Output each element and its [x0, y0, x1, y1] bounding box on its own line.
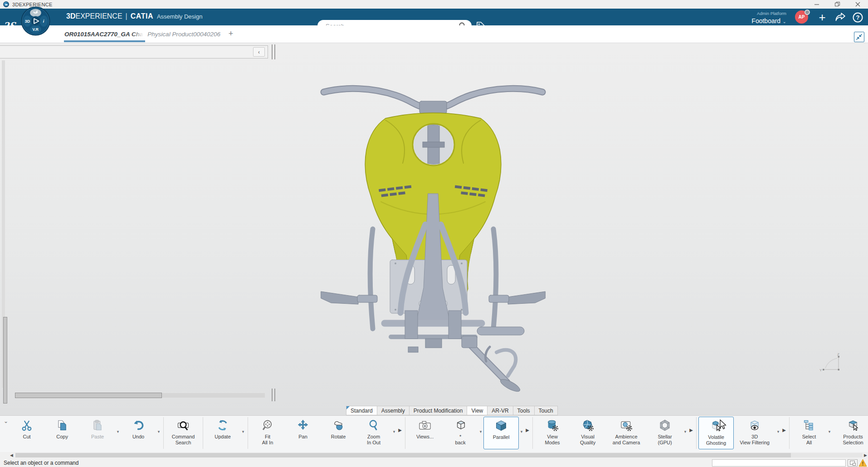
new-tab-button[interactable]: +: [229, 29, 234, 38]
share-button[interactable]: [834, 11, 846, 23]
stellar-gpu-label: Stellar (GPU): [658, 434, 672, 446]
stellar-gpu-button[interactable]: Stellar (GPU): [647, 416, 683, 446]
scroll-right-arrow[interactable]: ▶: [864, 453, 867, 457]
tree-vertical-scrollbar[interactable]: [2, 60, 5, 388]
wireframe-cube-icon: [454, 418, 467, 433]
paste-dropdown[interactable]: ▾: [115, 416, 121, 434]
3d-view-filtering-dropdown[interactable]: ▾: [775, 416, 781, 434]
rotate-button[interactable]: Rotate: [321, 416, 356, 440]
ambience-and-camera-button[interactable]: Ambience and Camera: [605, 416, 647, 446]
parallel-dropdown[interactable]: ▾: [519, 416, 524, 434]
tree-horizontal-scrollbar[interactable]: [15, 393, 265, 398]
parallel-label: Parallel: [493, 434, 510, 440]
horizontal-scrollbar-thumb[interactable]: [15, 393, 162, 398]
fit-all-in-button[interactable]: Fit All In: [250, 416, 285, 446]
document-tab-subtitle: Physical Product00040206: [147, 31, 220, 38]
svg-text:Z: Z: [837, 352, 839, 356]
warning-icon[interactable]: [858, 459, 867, 467]
document-tab[interactable]: OR01015AAC2770_GA Cha Physical Product00…: [64, 29, 233, 39]
platform-switcher[interactable]: Admin Platform Footboard ⌄: [751, 11, 786, 25]
tab-standard[interactable]: Standard: [346, 406, 377, 415]
view-modes-button[interactable]: View Modes: [535, 416, 570, 446]
3d-model-scooter-frame[interactable]: [317, 75, 549, 392]
dock-window-icon[interactable]: [848, 459, 858, 467]
3d-view-filtering-button[interactable]: 3D View Filtering: [734, 416, 775, 446]
action-bar-tabs: Standard Assembly Product Modification V…: [346, 406, 558, 415]
zoom-in-out-button[interactable]: Zoom In Out: [356, 416, 391, 446]
products-selection-button[interactable]: Products Selection: [832, 416, 868, 446]
stellar-gpu-dropdown[interactable]: ▾: [683, 416, 688, 434]
pan-button[interactable]: Pan: [285, 416, 321, 440]
update-button[interactable]: Update: [205, 416, 240, 440]
fit-all-in-label: Fit All In: [262, 434, 273, 446]
undo-dropdown[interactable]: ▾: [156, 416, 161, 434]
3d-view-filtering-icon: [748, 418, 761, 433]
vertical-scrollbar-thumb[interactable]: [3, 317, 7, 404]
views-button[interactable]: Views...: [407, 416, 443, 440]
command-search-icon: [176, 418, 190, 433]
brand-experience: EXPERIENCE: [75, 12, 122, 20]
copy-button[interactable]: Copy: [44, 416, 80, 440]
parallel-button[interactable]: Parallel: [483, 417, 519, 449]
products-selection-label: Products Selection: [843, 434, 863, 446]
brand-app-name: CATIA: [131, 12, 153, 20]
close-button[interactable]: [848, 0, 868, 9]
toolbar-scrollbar-thumb[interactable]: [15, 453, 791, 457]
back-view-button[interactable]: * back: [443, 416, 478, 446]
restore-button[interactable]: [827, 0, 848, 9]
zoom-in-out-label: Zoom In Out: [367, 434, 380, 446]
views-camera-icon: [418, 418, 432, 433]
back-view-dropdown[interactable]: ▾: [478, 416, 483, 434]
compass-icon[interactable]: 3D i V.R: [21, 6, 50, 36]
cut-button[interactable]: Cut: [9, 416, 44, 440]
3d-viewport[interactable]: ‹: [0, 43, 868, 415]
tab-product-modification[interactable]: Product Modification: [409, 406, 467, 415]
tab-ar-vr[interactable]: AR-VR: [487, 406, 512, 415]
panel-splitter-top[interactable]: [272, 44, 275, 59]
select-all-button[interactable]: Select All: [791, 416, 827, 446]
tab-tools[interactable]: Tools: [513, 406, 534, 415]
view-modes-icon: [546, 418, 559, 433]
zoom-in-out-dropdown[interactable]: ▾: [391, 416, 397, 434]
command-search-button[interactable]: Command Search: [166, 416, 201, 446]
ambience-and-camera-label: Ambience and Camera: [613, 434, 640, 446]
tab-touch[interactable]: Touch: [534, 406, 558, 415]
group-expander[interactable]: ▶: [524, 416, 531, 433]
select-all-label: Select All: [802, 434, 816, 446]
platform-label: Admin Platform: [751, 11, 786, 16]
pan-icon: [297, 418, 309, 433]
panel-collapse-chevron[interactable]: ‹: [253, 47, 265, 57]
status-bar: Select an object or a command: [0, 459, 868, 467]
app-header: 3S 3DEXPERIENCE|CATIAAssembly Design Adm…: [0, 9, 868, 25]
tab-view[interactable]: View: [467, 406, 487, 415]
visual-quality-button[interactable]: Visual Quality: [570, 416, 605, 446]
minimize-button[interactable]: [807, 0, 827, 9]
undo-button[interactable]: Undo: [121, 416, 156, 440]
toolbar-collapse-button[interactable]: ⌄: [4, 418, 8, 425]
action-bar-toolbar: ⌄ Cut Copy Paste ▾ Undo ▾ Command Search…: [0, 415, 868, 452]
scroll-left-arrow[interactable]: ◀: [10, 453, 13, 457]
panel-splitter-bottom[interactable]: [272, 389, 275, 401]
app-icon: [3, 1, 9, 7]
tab-assembly[interactable]: Assembly: [377, 406, 409, 415]
select-all-dropdown[interactable]: ▾: [827, 416, 832, 434]
copy-icon: [56, 418, 68, 433]
group-expander[interactable]: ▶: [397, 416, 403, 433]
fit-all-in-icon: [261, 418, 274, 433]
status-message: Select an object or a command: [4, 460, 78, 466]
paste-button[interactable]: Paste: [80, 416, 115, 440]
update-dropdown[interactable]: ▾: [240, 416, 246, 434]
toolbar-scrollbar[interactable]: ◀ ▶: [0, 452, 868, 459]
back-view-label: * back: [455, 434, 465, 446]
collapsed-tree-panel-bar[interactable]: ‹: [0, 45, 268, 58]
power-input-field[interactable]: [712, 459, 846, 467]
svg-text:3D: 3D: [25, 19, 30, 24]
group-expander[interactable]: ▶: [688, 416, 694, 433]
collapse-viewport-button[interactable]: [854, 32, 864, 42]
svg-text:?: ?: [856, 14, 859, 21]
document-tabbar: OR01015AAC2770_GA Cha Physical Product00…: [0, 25, 868, 43]
add-content-button[interactable]: +: [816, 11, 828, 23]
group-expander[interactable]: ▶: [781, 416, 787, 433]
help-button[interactable]: ?: [852, 11, 863, 23]
volatile-ghosting-button[interactable]: Volatile Ghosting: [698, 417, 734, 449]
